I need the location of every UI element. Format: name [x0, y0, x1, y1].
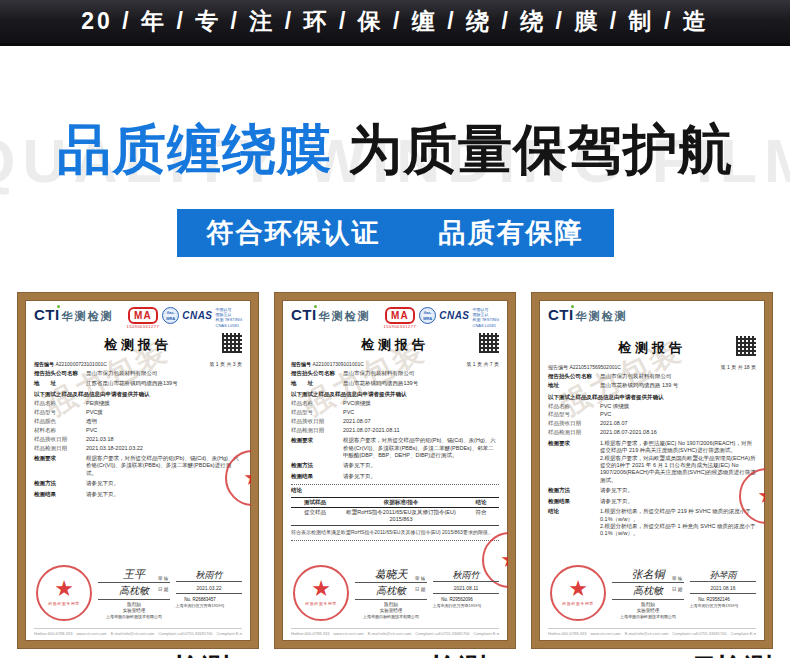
- report-title: 检测报告: [548, 336, 756, 357]
- review-column: 审 核秋雨竹 日 期2021.08.11 No. R29562096 上海市闵行…: [415, 569, 499, 608]
- review-row: 审 核秋雨竹: [158, 569, 242, 582]
- report-meta: 报告编号 A2210000723101001C 第 1 页 共 3 页: [34, 361, 242, 368]
- test-method-row: 检测方法请参见下页。: [34, 480, 242, 487]
- report-title-row: 检测报告: [291, 333, 499, 357]
- test-result-row: 检测结果请参见下页。: [548, 498, 756, 505]
- accreditation-logos: MA 150900341277 ilac-MRA CNAS 中国认可 国际互认 …: [127, 307, 243, 329]
- field-row: 样品名称PVC缠绕膜: [291, 400, 499, 407]
- field-row: 样品型号PVC: [291, 409, 499, 416]
- signature-block: ★ 检验检测专用章 葛晓天 高枕敏 陈烈娟 实验室经理 上海华测品标检测技术有限…: [291, 565, 499, 625]
- star-icon: ★: [568, 578, 588, 600]
- lab-company: 上海华测品标检测技术有限公司: [612, 614, 684, 619]
- page-info: 第 1 页 共 7 页: [466, 361, 499, 368]
- address-row: 地 址昆山市花桥镇鸡鸣塘西路139号: [291, 380, 499, 387]
- certificate-body: 强力包装 CTI 华测检测 检测报告 报告编号 A221051756950200…: [539, 300, 765, 641]
- report-title-row: 检测报告: [34, 333, 242, 357]
- lab-company: 上海华测品标检测技术有限公司: [98, 614, 170, 619]
- cnas-logo: CNAS: [182, 309, 212, 323]
- certificate-body: 强力包装 CTI 华测检测 MA 150900341277 ilac-MRA C…: [25, 300, 251, 641]
- requirement-text: 1.根据客户要求，参照法规(EC) No 1907/2006(REACH)，对所…: [600, 440, 756, 485]
- address-row: 地 址江苏省昆山市花桥镇鸡鸣塘西路139号: [34, 380, 242, 387]
- company-row: 报告抬头公司名称昆山市保力包装材料有限公司: [291, 370, 499, 377]
- field-row: 样品接收日期2021.08.07: [548, 420, 756, 427]
- accreditation-logos: MA 150900341277 ilac-MRA CNAS 中国认可 国际互认 …: [384, 307, 500, 329]
- review-signature: 秋雨竹: [433, 569, 499, 582]
- page-info: 第 1 页 共 18 页: [721, 364, 756, 371]
- star-icon: ★: [54, 578, 74, 600]
- review-signature: 孙琴雨: [690, 569, 756, 582]
- eco-cert-badge: 符合环保认证 品质有保障: [177, 209, 614, 257]
- test-result-row: 检测结果请参见下页。: [34, 491, 242, 498]
- company-seal-stamp: ★ 检验检测专用章: [293, 565, 349, 621]
- field-row: 样品型号PVC膜: [34, 409, 242, 416]
- divider: [291, 540, 499, 541]
- title-rest: 为质量保驾护航: [332, 119, 733, 179]
- certificate-reach: 强力包装 CTI 华测检测 检测报告 报告编号 A221051756950200…: [532, 293, 772, 648]
- star-icon: ★: [243, 467, 251, 489]
- report-meta: 报告编号 A2210017309101001C 第 1 页 共 7 页: [291, 361, 499, 368]
- review-row: 审 核秋雨竹: [415, 569, 499, 582]
- conclusion-row: 结论 1.根据分析结果，所提交样品中 219 种 SVHC 物质的浓度小于 0.…: [548, 508, 756, 538]
- report-title: 检测报告: [291, 333, 499, 354]
- company-row: 报告抬头公司名称昆山市保力包装材料有限公司: [34, 370, 242, 377]
- company-seal-stamp: ★ 检验检测专用章: [550, 565, 606, 621]
- divider: [291, 484, 499, 485]
- certificate-captions: ROHS1.0检测 ROHS2.0检测 REACH225项检测: [18, 650, 772, 658]
- certificate-rohs2: 强力包装 CTI 华测检测 MA 150900341277 ilac-MRA C…: [275, 293, 515, 648]
- cert-footer: Hotline:400-6788-333 www.cti-cert.com E-…: [34, 628, 242, 636]
- cti-logo: CTI 华测检测: [291, 307, 371, 322]
- signature-block: ★ 检验检测专用章 张名铜 高枕敏 陈烈娟 实验室经理 上海华测品标检测技术有限…: [548, 565, 756, 625]
- test-result-row: 检测结果请参见下页。: [291, 473, 499, 480]
- lab-address: 上海市闵行区万芳路1959号: [158, 603, 242, 608]
- field-row: 样品名称PE缠绕膜: [34, 400, 242, 407]
- cti-logo: CTI 华测检测: [548, 307, 628, 322]
- report-no: A2210017309101001C: [312, 361, 363, 367]
- certificate-rohs1: 强力包装 CTI 华测检测 MA 150900341277 ilac-MRA C…: [18, 293, 258, 648]
- qr-code-icon: [736, 336, 756, 356]
- hero-section: QUALITY WINDING FILM 品质缠绕膜 为质量保驾护航 符合环保认…: [0, 46, 790, 293]
- date-row: 日 期2021.03.22: [158, 585, 242, 594]
- test-method-row: 检测方法请参见下页。: [291, 462, 499, 469]
- field-row: 样品型号PVC: [548, 411, 756, 418]
- conclusion-label: 结论: [291, 487, 499, 494]
- cnas-logo: CNAS: [439, 309, 469, 323]
- test-requirement-row: 检测要求根据客户要求，对所提交样品中的铅(Pb)、镉(Cd)、汞(Hg)、六价铬…: [34, 455, 242, 477]
- report-no-label: 报告编号: [291, 361, 311, 367]
- star-icon: ★: [757, 485, 765, 507]
- cnas-accreditation-text: 中国认可 国际互认 检测 TESTING CNAS L0581: [216, 307, 242, 328]
- cert-footer: Hotline:400-6788-333 www.cti-cert.com E-…: [548, 628, 756, 636]
- report-no: A2210517569502001C: [569, 364, 620, 370]
- review-signature: 秋雨竹: [176, 569, 242, 582]
- caption-reach: REACH225项检测: [532, 650, 772, 658]
- test-method-row: 检测方法请参见下页。: [548, 487, 756, 494]
- report-date: 2021.08.16: [690, 585, 756, 594]
- report-title: 检测报告: [34, 333, 242, 354]
- conclusion-table-header: 测试样品 依据标准/指令 结论: [291, 497, 499, 508]
- review-column: 审 核孙琴雨 日 期2021.08.16 No. R29582146 上海市闵行…: [672, 569, 756, 608]
- report-date: 2021.03.22: [176, 585, 242, 594]
- cma-logo: MA 150900341277: [127, 307, 160, 329]
- conclusion-table-row: 提交样品 欧盟RoHS指令2011/65/EU及其修订指令(EU) 2015/8…: [291, 508, 499, 526]
- page-title: 品质缠绕膜 为质量保驾护航: [0, 46, 790, 187]
- conclusion-text: 1.根据分析结果，所提交样品中 219 种 SVHC 物质的浓度小于 0.1%（…: [600, 508, 756, 538]
- signature-block: ★ 检验检测专用章 王平 高枕敏 陈烈娟 实验室经理 上海华测品标检测技术有限公…: [34, 565, 242, 625]
- report-meta: 报告编号 A2210517569502001C 第 1 页 共 18 页: [548, 364, 756, 371]
- page-info: 第 1 页 共 3 页: [209, 361, 242, 368]
- field-row: 样品接收日期2021.08.07: [291, 418, 499, 425]
- field-row: 样品检测日期2021.08.07-2021.08.16: [548, 429, 756, 436]
- conclusion-note: 符合表示检测结果满足欧盟RoHS指令2011/65/EU及其修订指令(EU) 2…: [291, 529, 499, 536]
- certificate-body: 强力包装 CTI 华测检测 MA 150900341277 ilac-MRA C…: [282, 300, 508, 641]
- lab-address: 上海市闵行区万芳路1959号: [415, 603, 499, 608]
- cert-header: CTI 华测检测: [548, 307, 756, 322]
- ilac-mra-logo: ilac-MRA: [162, 307, 179, 324]
- date-row: 日 期2021.08.16: [672, 585, 756, 594]
- star-icon: ★: [311, 578, 331, 600]
- field-row: 样品接收日期2021.03.18: [34, 436, 242, 443]
- field-row: 样品名称PVC 缠绕膜: [548, 403, 756, 410]
- address-row: 地址昆山市花桥镇鸡鸣塘西路 139 号: [548, 382, 756, 389]
- caption-rohs1: ROHS1.0检测: [18, 650, 258, 658]
- report-no-label: 报告编号: [548, 364, 568, 370]
- report-no: A2210000723101001C: [55, 361, 106, 367]
- conclusion-table: 测试样品 依据标准/指令 结论 提交样品 欧盟RoHS指令2011/65/EU及…: [291, 497, 499, 526]
- star-icon: ★: [500, 549, 508, 571]
